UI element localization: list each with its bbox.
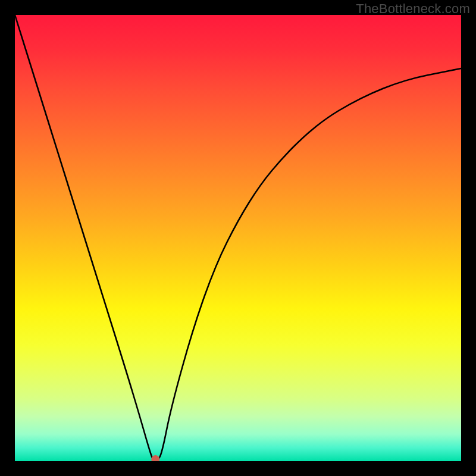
minimum-marker xyxy=(151,455,159,461)
curve-svg xyxy=(15,15,461,461)
bottleneck-curve xyxy=(15,15,461,461)
plot-area xyxy=(15,15,461,461)
watermark-text: TheBottleneck.com xyxy=(356,1,470,17)
chart-frame: TheBottleneck.com xyxy=(0,0,476,476)
